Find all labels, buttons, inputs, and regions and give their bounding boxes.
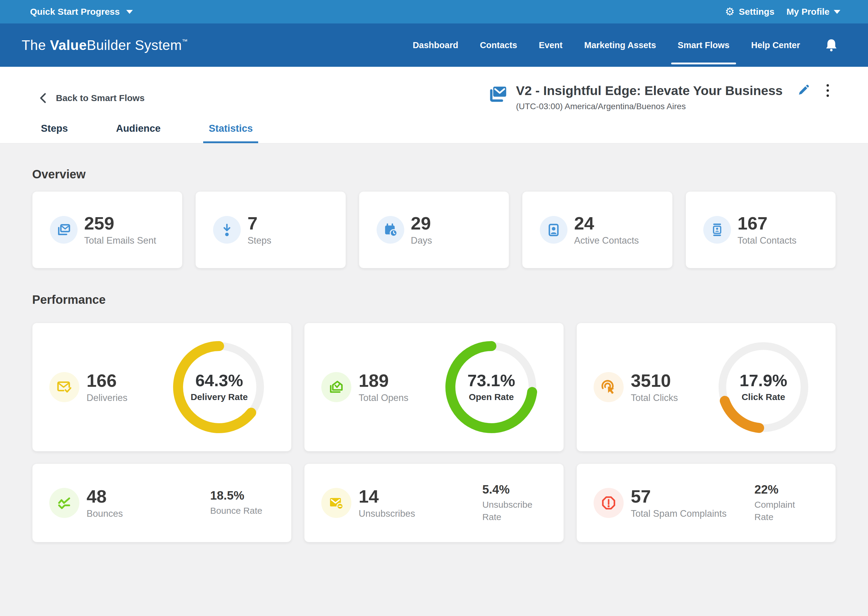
stat-label: Total Emails Sent: [84, 235, 156, 246]
stat-value: 24: [574, 214, 639, 233]
stat-label: Total Opens: [359, 393, 408, 403]
donut-rate-label: Open Rate: [469, 392, 514, 402]
settings-button[interactable]: ⚙ Settings: [725, 6, 774, 17]
rate-label: Unsubscribe Rate: [483, 499, 542, 523]
quick-start-progress-menu[interactable]: Quick Start Progress: [30, 6, 133, 17]
overview-card-total-emails-sent: 259 Total Emails Sent: [32, 191, 182, 268]
stat-label: Total Clicks: [631, 393, 678, 403]
tab-statistics[interactable]: Statistics: [203, 123, 258, 143]
nav-items: Dashboard Contacts Event Marketing Asset…: [413, 24, 838, 67]
chevron-down-icon: [126, 10, 133, 14]
donut-rate-value: 73.1%: [467, 372, 515, 389]
overview-heading: Overview: [32, 168, 836, 181]
stat-label: Steps: [248, 235, 271, 246]
performance-card-deliveries: 166 Deliveries 64.3% Delivery Rate: [32, 323, 291, 451]
rate-label: Bounce Rate: [210, 505, 270, 517]
flow-title: V2 - Insightful Edge: Elevate Your Busin…: [516, 83, 783, 98]
donut-rate-label: Delivery Rate: [191, 392, 248, 402]
page: Quick Start Progress ⚙ Settings My Profi…: [0, 0, 868, 616]
rate-value: 22%: [754, 483, 815, 496]
flow-tabs: Steps Audience Statistics: [36, 123, 258, 143]
performance-card-total-opens: 189 Total Opens 73.1% Open Rate: [304, 323, 564, 451]
stat-label: Unsubscribes: [359, 508, 415, 519]
open-envelope-check-icon: [328, 379, 345, 396]
click-rate-donut-chart: 17.9% Click Rate: [716, 340, 810, 434]
flow-envelope-icon: [489, 84, 508, 104]
stat-value: 48: [86, 487, 123, 506]
more-options-kebab-icon[interactable]: [824, 82, 832, 99]
my-profile-label: My Profile: [787, 6, 830, 17]
stat-value: 7: [248, 214, 271, 233]
nav-item-smart-flows[interactable]: Smart Flows: [678, 24, 729, 67]
stat-value: 3510: [631, 371, 678, 390]
nav-item-help-center[interactable]: Help Center: [751, 24, 800, 67]
flow-header: Back to Smart Flows V2 - Insightful Edge…: [0, 67, 868, 143]
overview-card-total-contacts: 167 Total Contacts: [686, 191, 836, 268]
performance-card-spam-complaints: 57 Total Spam Complaints 22% Complaint R…: [577, 464, 836, 542]
nav-item-dashboard[interactable]: Dashboard: [413, 24, 458, 67]
overview-card-steps: 7 Steps: [195, 191, 346, 268]
stat-label: Total Contacts: [738, 235, 796, 246]
performance-heading: Performance: [32, 293, 836, 306]
statistics-content: Overview 259 Total Emails Sent: [0, 143, 868, 616]
tab-steps[interactable]: Steps: [36, 123, 73, 143]
unsubscribe-envelope-minus-icon: [328, 495, 345, 511]
spam-alert-octagon-icon: [600, 495, 617, 511]
stat-value: 189: [359, 371, 408, 390]
main-nav-bar: The ValueBuilder System™ Dashboard Conta…: [0, 24, 868, 67]
gear-icon: ⚙: [725, 6, 735, 17]
stat-value: 29: [411, 214, 432, 233]
days-icon: [382, 222, 398, 237]
open-rate-donut-chart: 73.1% Open Rate: [445, 340, 538, 434]
donut-rate-value: 17.9%: [740, 372, 787, 389]
nav-item-event[interactable]: Event: [539, 24, 562, 67]
overview-card-active-contacts: 24 Active Contacts: [522, 191, 672, 268]
overview-card-days: 29 Days: [359, 191, 509, 268]
rate-value: 5.4%: [483, 483, 542, 496]
performance-donut-cards: 166 Deliveries 64.3% Delivery Rate: [32, 323, 836, 451]
back-label: Back to Smart Flows: [56, 93, 144, 103]
flow-timezone: (UTC-03:00) America/Argentina/Buenos Air…: [516, 102, 832, 111]
app-logo[interactable]: The ValueBuilder System™: [22, 37, 188, 53]
stat-value: 259: [84, 214, 156, 233]
stat-label: Total Spam Complaints: [631, 508, 727, 519]
stat-label: Deliveries: [86, 393, 127, 403]
notification-bell-icon[interactable]: [825, 38, 838, 52]
nav-item-marketing-assets[interactable]: Marketing Assets: [584, 24, 656, 67]
performance-rate-cards: 48 Bounces 18.5% Bounce Rate: [32, 464, 836, 542]
stat-label: Days: [411, 235, 432, 246]
performance-card-total-clicks: 3510 Total Clicks 17.9% Click Rate: [577, 323, 836, 451]
chevron-left-icon: [38, 92, 47, 104]
performance-card-unsubscribes: 14 Unsubscribes 5.4% Unsubscribe Rate: [304, 464, 564, 542]
nav-item-contacts[interactable]: Contacts: [480, 24, 517, 67]
stat-value: 166: [86, 371, 127, 390]
overview-cards: 259 Total Emails Sent 7 Steps: [32, 191, 836, 268]
logo-rest: Builder System: [87, 37, 182, 53]
bounce-zigzag-icon: [56, 495, 73, 511]
logo-value: Value: [50, 37, 87, 53]
steps-icon: [219, 222, 235, 237]
stat-value: 14: [359, 487, 415, 506]
logo-tm: ™: [182, 38, 188, 44]
donut-rate-value: 64.3%: [195, 372, 243, 389]
stat-value: 57: [631, 487, 727, 506]
stat-label: Bounces: [86, 508, 123, 519]
donut-rate-label: Click Rate: [741, 392, 785, 402]
edit-pencil-icon[interactable]: [796, 84, 810, 97]
back-to-smart-flows-link[interactable]: Back to Smart Flows: [38, 92, 144, 104]
chevron-down-icon: [834, 10, 840, 14]
total-contacts-icon: [709, 222, 725, 237]
stat-value: 167: [738, 214, 796, 233]
active-contacts-icon: [546, 222, 561, 237]
click-target-icon: [600, 379, 617, 396]
delivery-envelope-check-icon: [56, 379, 73, 396]
delivery-rate-donut-chart: 64.3% Delivery Rate: [172, 340, 266, 434]
quick-start-progress-label: Quick Start Progress: [30, 6, 120, 17]
rate-label: Complaint Rate: [754, 499, 815, 523]
tab-audience[interactable]: Audience: [111, 123, 166, 143]
performance-card-bounces: 48 Bounces 18.5% Bounce Rate: [32, 464, 291, 542]
rate-value: 18.5%: [210, 489, 270, 502]
logo-the: The: [22, 37, 50, 53]
top-utility-bar: Quick Start Progress ⚙ Settings My Profi…: [0, 0, 868, 24]
my-profile-menu[interactable]: My Profile: [787, 6, 840, 17]
